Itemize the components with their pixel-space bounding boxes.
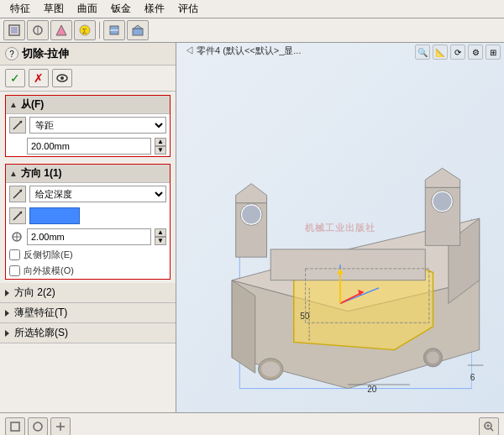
menu-surface[interactable]: 曲面 <box>71 0 104 18</box>
svg-text:6: 6 <box>470 373 475 382</box>
from-dir-icon[interactable] <box>9 117 26 134</box>
right-panel: 🔍 📐 ⟳ ⚙ ⊞ ◁ 零件4 (默认<<默认>_显... 机械工业出版社 <box>176 43 504 412</box>
direction1-depth-spinner: ▲ ▼ <box>155 228 166 245</box>
direction1-type-select[interactable]: 给定深度 <box>29 186 166 202</box>
measure-icon[interactable]: 📐 <box>433 45 448 60</box>
reverse-cut-row: 反侧切除(E) <box>6 247 170 263</box>
direction2-section[interactable]: 方向 2(2) <box>0 283 176 303</box>
thin-feature-arrow-icon <box>5 310 9 317</box>
svg-point-48 <box>261 361 280 376</box>
from-value-spinner: ▲ ▼ <box>155 138 166 155</box>
svg-marker-31 <box>236 184 267 203</box>
svg-marker-4 <box>56 25 66 35</box>
from-section-arrow: ▲ <box>9 100 18 109</box>
svg-point-46 <box>427 351 439 364</box>
menu-features[interactable]: 特征 <box>3 0 37 18</box>
direction1-type-row: 给定深度 <box>6 183 170 205</box>
direction1-section-header[interactable]: ▲ 方向 1(1) <box>6 165 170 183</box>
svg-marker-10 <box>134 25 142 29</box>
bottom-btn-zoom-in[interactable] <box>479 417 499 436</box>
menu-evaluate[interactable]: 评估 <box>171 0 205 18</box>
grid-icon[interactable]: ⊞ <box>486 45 501 60</box>
menu-sheetmetal[interactable]: 钣金 <box>104 0 138 18</box>
direction1-section-title: 方向 1(1) <box>21 166 166 181</box>
svg-text:20: 20 <box>367 385 377 394</box>
direction1-dir-icon1[interactable] <box>9 186 26 202</box>
from-type-select[interactable]: 等距 <box>29 117 166 134</box>
svg-text:50: 50 <box>300 312 310 321</box>
svg-rect-38 <box>270 249 425 280</box>
direction1-depth-down[interactable]: ▼ <box>155 237 166 245</box>
from-value-input[interactable] <box>27 138 151 155</box>
viewport-top-icons: 🔍 📐 ⟳ ⚙ ⊞ <box>415 45 501 60</box>
svg-point-33 <box>242 205 260 223</box>
bottom-btn-3[interactable] <box>50 417 71 436</box>
toolbar-sep-1 <box>99 22 100 39</box>
svg-rect-56 <box>11 422 19 431</box>
svg-text:Σ: Σ <box>82 27 87 35</box>
toolbar-btn-6[interactable] <box>127 20 149 40</box>
menu-weldments[interactable]: 樣件 <box>138 0 171 18</box>
toolbar-area: Σ <box>0 18 504 43</box>
action-row: ✓ ✗ <box>0 66 176 92</box>
direction2-label: 方向 2(2) <box>14 286 55 300</box>
toolbar-btn-3[interactable] <box>50 20 72 40</box>
draft-row: 向外拔模(O) <box>6 263 170 279</box>
from-section-title: 从(F) <box>21 97 166 112</box>
svg-line-61 <box>491 428 493 431</box>
toolbar-row-1: Σ <box>3 20 501 40</box>
selected-contours-arrow-icon <box>5 330 9 337</box>
left-panel: ? 切除-拉伸 ✓ ✗ ▲ 从(F) 等距 <box>0 43 176 412</box>
selected-contours-section[interactable]: 所选轮廓(S) <box>0 323 176 343</box>
top-menu-bar: 特征 草图 曲面 钣金 樣件 评估 <box>0 0 504 18</box>
svg-rect-9 <box>133 29 143 35</box>
direction1-dir-icon2[interactable] <box>9 207 26 224</box>
panel-header: ? 切除-拉伸 <box>0 43 176 66</box>
from-section-box: ▲ 从(F) 等距 ▲ ▼ <box>5 95 171 157</box>
direction1-section-box: ▲ 方向 1(1) 给定深度 <box>5 164 171 280</box>
direction1-flip-row <box>6 205 170 227</box>
svg-marker-26 <box>232 280 255 373</box>
toolbar-btn-1[interactable] <box>3 20 25 40</box>
eye-button[interactable] <box>52 69 72 87</box>
svg-point-57 <box>34 422 42 431</box>
direction1-depth-up[interactable]: ▲ <box>155 228 166 237</box>
from-dir-row: 等距 <box>6 114 170 136</box>
bottom-btn-1[interactable] <box>5 417 25 436</box>
svg-point-37 <box>433 192 451 211</box>
from-value-row: ▲ ▼ <box>6 136 170 156</box>
menu-sketch[interactable]: 草图 <box>37 0 71 18</box>
rotate-icon[interactable]: ⟳ <box>450 45 465 60</box>
toolbar-btn-2[interactable] <box>27 20 49 40</box>
thin-feature-label: 薄壁特征(T) <box>14 306 67 320</box>
reverse-cut-checkbox[interactable] <box>9 249 20 260</box>
svg-point-12 <box>60 76 64 80</box>
reverse-cut-label: 反侧切除(E) <box>24 249 73 261</box>
breadcrumb: ◁ 零件4 (默认<<默认>_显... <box>185 45 301 57</box>
selected-contours-label: 所选轮廓(S) <box>14 326 68 340</box>
from-value-down[interactable]: ▼ <box>155 146 166 155</box>
confirm-button[interactable]: ✓ <box>5 69 25 87</box>
thin-feature-section[interactable]: 薄壁特征(T) <box>0 303 176 323</box>
draft-label: 向外拔模(O) <box>24 265 74 277</box>
direction2-arrow-icon <box>5 290 9 296</box>
svg-rect-1 <box>11 27 18 34</box>
zoom-icon[interactable]: 🔍 <box>415 45 430 60</box>
panel-title: 切除-拉伸 <box>22 46 171 61</box>
direction1-section-arrow: ▲ <box>9 169 18 178</box>
cancel-button[interactable]: ✗ <box>29 69 49 87</box>
direction1-blue-bar <box>29 207 80 224</box>
from-value-up[interactable]: ▲ <box>155 138 166 146</box>
toolbar-btn-5[interactable] <box>103 20 125 40</box>
bottom-toolbar <box>0 412 504 435</box>
breadcrumb-text: ◁ 零件4 (默认<<默认>_显... <box>185 45 301 57</box>
direction1-depth-input[interactable] <box>27 228 151 245</box>
toolbar-btn-4[interactable]: Σ <box>74 20 96 40</box>
bottom-btn-2[interactable] <box>28 417 48 436</box>
3d-object-area[interactable]: 50 20 6 <box>185 64 496 404</box>
panel-help-button[interactable]: ? <box>5 47 18 60</box>
from-section-header[interactable]: ▲ 从(F) <box>6 96 170 114</box>
settings-icon[interactable]: ⚙ <box>468 45 483 60</box>
svg-marker-35 <box>425 168 459 187</box>
draft-checkbox[interactable] <box>9 265 20 276</box>
